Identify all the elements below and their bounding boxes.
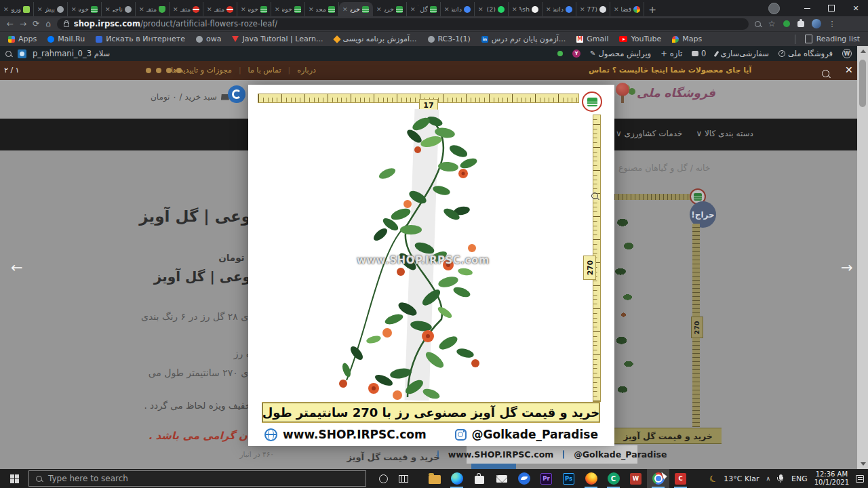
tab-close-icon[interactable]: ✕ [309,6,314,13]
extension-icon[interactable] [783,20,790,27]
topbar-link-about[interactable]: درباره [297,66,316,75]
clock[interactable]: 12:36 AM 10/1/2021 [814,470,849,487]
weather-label[interactable]: 13°C Klar [724,474,759,483]
tab-close-icon[interactable]: ✕ [546,6,551,13]
browser-tab[interactable]: ✕ورود [0,2,34,16]
forward-button[interactable]: → [20,20,26,28]
page-scrollbar[interactable] [857,46,868,469]
bookmark-item[interactable]: Искать в Интернете [96,35,185,43]
tray-chevron-icon[interactable]: ∧ [766,475,770,482]
tab-close-icon[interactable]: ✕ [478,6,484,13]
browser-tab[interactable]: ✕فضا [610,2,644,16]
camtasia-taskbar-button[interactable]: C [602,469,625,488]
bookmark-item[interactable]: MGmail [576,35,608,43]
bookmark-star-icon[interactable]: ☆ [768,19,776,28]
tab-close-icon[interactable]: ✕ [275,6,280,13]
bookmark-item[interactable]: آموزش برنامه نویسی... [334,35,417,43]
lightbox-zoom-icon[interactable] [822,67,829,80]
mail-taskbar-button[interactable] [490,469,513,488]
nav-item-categories[interactable]: دسته بندی کالا ∨ [696,129,753,138]
browser-tab[interactable]: ✕متف [170,2,203,16]
action-center-icon[interactable] [856,475,864,483]
lightbox-close-icon[interactable]: ✕ [845,64,853,75]
edge-taskbar-button[interactable] [446,469,468,488]
cart-button[interactable]: سبد خرید / ۰ تومان [151,92,229,102]
start-button[interactable] [0,469,28,488]
weather-moon-icon[interactable]: ☾ [707,472,719,485]
browser-tab[interactable]: ✕دانش [441,2,475,16]
site-logo[interactable]: فروشگاه ملی [614,83,715,103]
tab-close-icon[interactable]: ✕ [173,6,178,13]
chrome-taskbar-button[interactable] [647,469,669,488]
browser-tab[interactable]: ✕پیش [34,2,68,16]
tab-close-icon[interactable]: ✕ [444,6,450,13]
tab-close-icon[interactable]: ✕ [241,6,246,13]
browser-menu-icon[interactable]: ⋮ [829,20,836,28]
thunderbird-taskbar-button[interactable] [513,469,535,488]
premiere-pro-taskbar-button[interactable]: Pr [535,469,557,488]
tab-close-icon[interactable]: ✕ [37,6,43,13]
camtasia-recorder-taskbar-button[interactable]: C [669,469,692,488]
reading-list-button[interactable]: Reading list [795,35,860,44]
wordpress-logo-icon[interactable]: W [842,49,852,58]
admin-edit-product[interactable]: ✎ويرايش محصول [590,49,651,58]
tab-close-icon[interactable]: ✕ [207,6,212,13]
browser-tab[interactable]: ✕(677 [576,2,610,16]
microsoft-store-taskbar-button[interactable] [468,469,490,488]
file-explorer-taskbar-button[interactable] [423,469,446,488]
phone-icon[interactable] [156,68,161,73]
tab-close-icon[interactable]: ✕ [376,6,382,13]
browser-tab[interactable]: ✕محد [305,2,339,16]
back-button[interactable]: ← [7,20,14,28]
close-window-button[interactable]: ✕ [844,0,868,16]
browser-profile-avatar[interactable] [768,3,780,14]
home-button[interactable]: ⌂ [45,20,51,28]
browser-tab[interactable]: ✕iAsh [509,2,542,16]
admin-comments[interactable]: 0 [692,49,706,58]
scroll-down-icon[interactable] [861,462,866,466]
bookmark-item[interactable]: Mail.Ru [47,35,85,43]
browser-tab[interactable]: ✕خرید [373,2,407,16]
language-indicator[interactable]: ENG [791,474,808,483]
microphone-icon[interactable] [779,474,783,480]
admin-customize[interactable]: سفارشی‌سازی [715,49,768,58]
bookmark-item[interactable]: owa [196,35,221,43]
scrollbar-thumb[interactable] [859,60,866,107]
yoast-icon[interactable]: Y [572,49,580,58]
bookmark-item[interactable]: Apps [8,35,37,43]
reload-button[interactable]: ⟳ [33,20,39,28]
tab-close-icon[interactable]: ✕ [139,6,144,13]
tab-close-icon[interactable]: ✕ [614,6,619,13]
login-icon[interactable] [228,85,245,103]
lightbox-next-arrow[interactable]: → [841,260,853,276]
breadcrumb[interactable]: خانه / گل و گیاهان مصنوع [618,163,711,173]
tab-close-icon[interactable]: ✕ [342,6,348,13]
tab-close-icon[interactable]: ✕ [105,6,111,13]
extensions-puzzle-icon[interactable] [797,21,804,27]
tab-close-icon[interactable]: ✕ [580,6,585,13]
admin-new[interactable]: +تازه [660,49,682,58]
topbar-link-certs[interactable]: مجوزات و تاییدیه ها [171,66,232,75]
topbar-link-contact[interactable]: تماس با ما [248,66,281,75]
maximize-button[interactable] [819,0,844,16]
task-view-button[interactable] [393,469,414,488]
bookmark-item[interactable]: RC3-1(1) [428,35,471,43]
zoom-icon[interactable] [755,21,761,27]
browser-tab[interactable]: ✕ناجی [102,2,136,16]
bookmark-item[interactable]: inآزمون پایان ترم درس... [481,35,566,43]
minimize-button[interactable] [795,0,819,16]
admin-site-name[interactable]: فروشگاه ملی [778,49,833,58]
photoshop-taskbar-button[interactable]: Ps [557,469,580,488]
browser-tab[interactable]: ✕خرید [339,2,373,16]
topbar-promo-link[interactable]: آیا جای محصولات شما اینجا خالیست ؟ تماس [589,66,751,75]
firefox-taskbar-button[interactable] [580,469,602,488]
telegram-icon[interactable] [146,68,151,73]
cortana-button[interactable] [373,469,393,488]
browser-tab[interactable]: ✕گل آ [407,2,441,16]
browser-tab[interactable]: ✕خوش [68,2,102,16]
tab-close-icon[interactable]: ✕ [71,6,77,13]
tab-close-icon[interactable]: ✕ [3,6,9,13]
browser-tab[interactable]: ✕(2) و [475,2,509,16]
admin-search-icon[interactable] [5,51,12,57]
bookmark-item[interactable]: YouTube [619,35,661,43]
